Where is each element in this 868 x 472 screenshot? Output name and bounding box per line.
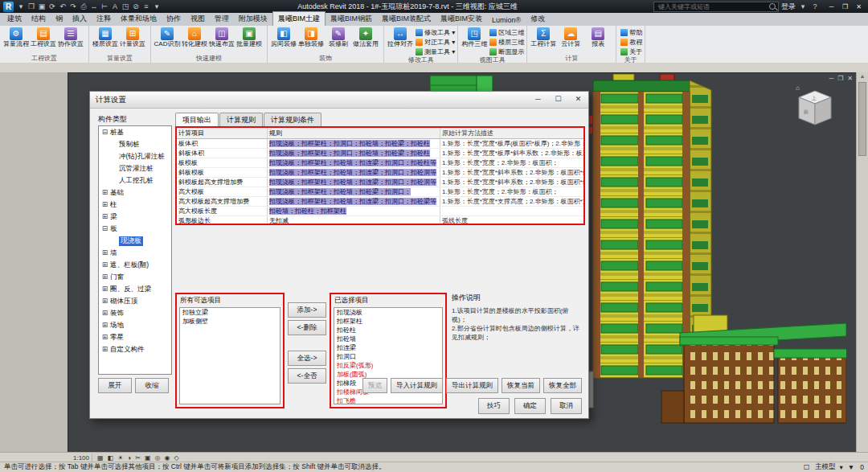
selected-item[interactable]: 扣砼墙 xyxy=(334,335,442,343)
tree-item[interactable]: 人工挖孔桩 xyxy=(99,174,171,187)
table-row[interactable]: 高大模板长度 扣砼墙；扣砼柱；扣框架柱 xyxy=(177,207,583,216)
ribbon-button[interactable]: ⊞ 计量设置 xyxy=(119,27,146,55)
tree-item[interactable]: ⊞ 砌体压顶 xyxy=(99,295,171,307)
expand-button[interactable]: 展开 xyxy=(98,378,132,393)
table-row[interactable]: 板模板 扣现浇板；扣框架柱；扣砼墙；扣连梁；扣洞口；扣砼柱等 1.矩形：长度*宽… xyxy=(177,158,583,168)
tree-expander-icon[interactable]: ⊞ xyxy=(101,346,108,353)
tree-item[interactable]: ⊟ 桩基 xyxy=(99,126,171,138)
tree-expander-icon[interactable]: ⊞ xyxy=(101,334,108,341)
ribbon-button[interactable]: ✎ CAD识别 xyxy=(154,27,181,55)
ribbon-small-button[interactable]: 关于 xyxy=(620,47,642,56)
save-icon[interactable]: ▣ xyxy=(37,2,47,11)
reveal-hidden-icon[interactable]: ◉ xyxy=(164,454,170,462)
tree-item[interactable]: ⊞ 墙 xyxy=(99,247,171,259)
ribbon-small-button[interactable]: 修改工具 ▾ xyxy=(416,27,455,37)
selected-item[interactable]: 扣反梁(弧形) xyxy=(334,361,442,370)
ribbon-tab[interactable]: 晨曦BIM钢筋 xyxy=(326,12,377,26)
customize-arrow-icon[interactable]: ▾ xyxy=(152,2,162,11)
ribbon-button[interactable]: ◫ 快速布置 xyxy=(208,27,235,55)
ribbon-tab[interactable]: 钢 xyxy=(51,12,68,26)
tree-expander-icon[interactable]: ⊞ xyxy=(101,273,108,281)
ribbon-button[interactable]: ▤ 工程设置 xyxy=(30,27,57,55)
redo-icon[interactable]: ↷ xyxy=(68,2,78,11)
tree-expander-icon[interactable]: ⊞ xyxy=(101,322,108,329)
ribbon-tab[interactable]: 晨曦BIM安装 xyxy=(436,12,487,26)
ribbon-button[interactable]: ⚙ 算量流程 xyxy=(2,27,30,55)
ribbon-tab[interactable]: 修改 xyxy=(526,12,550,26)
editable-items-icon[interactable]: ☐ xyxy=(803,463,810,471)
show-crop-icon[interactable]: ▣ xyxy=(145,454,151,462)
ribbon-button[interactable]: ▣ 批量建模 xyxy=(235,27,263,55)
ribbon-tab[interactable]: 附加模块 xyxy=(234,12,272,26)
table-row[interactable]: 板体积 扣现浇板；扣框架柱；扣洞口；扣砼墙；扣砼梁；扣砼柱 1.矩形：长度*宽度… xyxy=(177,139,583,149)
action-button[interactable]: 导出计算规则 xyxy=(446,378,498,393)
selected-item[interactable]: 扣现浇板 xyxy=(334,308,442,317)
ribbon-small-button[interactable]: 测量工具 ▾ xyxy=(416,47,455,56)
action-button[interactable]: 恢复全部 xyxy=(543,378,582,393)
analytical-model-icon[interactable]: ◇ xyxy=(174,454,178,462)
table-row[interactable]: 斜模板超高支撑增加费 扣现浇板；扣框架柱；扣砼墙；扣连梁；扣洞口；扣砼洞等 1.… xyxy=(177,178,583,187)
available-item[interactable]: 扣独立梁 xyxy=(180,308,280,317)
ribbon-small-button[interactable]: 教程 xyxy=(620,37,642,47)
thin-lines-icon[interactable]: ≡ xyxy=(141,2,151,11)
tree-item[interactable]: ⊞ 基础 xyxy=(99,187,171,199)
scroll-up-icon[interactable]: ▲ xyxy=(857,72,868,80)
ribbon-tab[interactable]: 结构 xyxy=(27,12,51,26)
dialog-button[interactable]: 确定 xyxy=(514,398,546,414)
ribbon-tab[interactable]: Lumion® xyxy=(487,14,526,26)
drawing-canvas[interactable]: ─ ❐ ✕ ⌂ 上 前 xyxy=(68,72,858,453)
viewcube-home-icon[interactable]: ⌂ xyxy=(796,84,800,92)
ribbon-small-button[interactable]: 楼层三维 xyxy=(489,37,524,47)
ribbon-tab[interactable]: 建筑 xyxy=(2,12,27,26)
tree-item[interactable]: ⊞ 装饰 xyxy=(99,307,171,319)
tree-expander-icon[interactable]: ⊞ xyxy=(101,249,108,257)
measure-icon[interactable]: ↔ xyxy=(89,2,99,11)
table-row[interactable]: 斜板模板 扣现浇板；扣框架柱；扣砼墙；扣连梁；扣洞口；扣砼洞等 1.矩形：长度*… xyxy=(177,168,583,178)
tree-item[interactable]: 现浇板 xyxy=(99,235,171,247)
table-row[interactable]: 弧形板边长 无扣减 弧线长度 xyxy=(177,216,583,225)
tree-item[interactable]: ⊞ 自定义构件 xyxy=(99,343,171,355)
revit-logo[interactable]: R xyxy=(3,2,14,12)
view-minimize-icon[interactable]: ─ xyxy=(829,75,833,82)
collapse-button[interactable]: 收缩 xyxy=(135,378,169,393)
3d-view-icon[interactable]: ◳ xyxy=(121,2,130,11)
view-cube[interactable]: ⌂ 上 前 xyxy=(793,83,837,131)
sun-path-icon[interactable]: ☀ xyxy=(117,454,123,462)
tree-expander-icon[interactable]: ⊞ xyxy=(101,213,108,220)
tree-expander-icon[interactable]: ⊞ xyxy=(101,298,108,305)
ribbon-tab[interactable]: 视图 xyxy=(186,12,210,26)
tree-item[interactable]: ⊞ 遮、栏板(翻) xyxy=(99,259,171,271)
dialog-button[interactable]: 技巧 xyxy=(478,398,510,414)
ribbon-tab[interactable]: 管理 xyxy=(210,12,234,26)
ribbon-tab[interactable]: 晨曦BIM土建 xyxy=(272,11,326,26)
design-option-label[interactable]: 主模型 xyxy=(814,462,836,472)
vertical-scrollbar[interactable]: ▲ xyxy=(856,72,868,453)
close-button[interactable]: ✕ xyxy=(853,3,865,10)
tree-item[interactable]: ⊞ 零星 xyxy=(99,331,171,343)
dialog-tab[interactable]: 项目输出 xyxy=(175,113,219,127)
table-row[interactable]: 高大模板 扣现浇板；扣框架柱；扣砼墙；扣砼梁；扣洞口； 1.矩形：长度*宽度；2… xyxy=(177,187,583,197)
dialog-maximize-button[interactable]: ☐ xyxy=(548,92,568,108)
ribbon-button[interactable]: ◧ 房间装修 xyxy=(270,27,297,55)
ribbon-small-button[interactable]: 对正工具 ▾ xyxy=(416,37,455,47)
tree-expander-icon[interactable]: ⊞ xyxy=(101,285,108,293)
ribbon-button[interactable]: ◨ 单独装修 xyxy=(297,27,325,55)
dialog-tab[interactable]: 计算规则条件 xyxy=(264,113,321,127)
ribbon-small-button[interactable]: 帮助 xyxy=(620,27,642,37)
tree-item[interactable]: ⊟ 板 xyxy=(99,223,171,235)
tree-item[interactable]: 预制桩 xyxy=(99,138,171,150)
app-menu-arrow-icon[interactable]: ▾ xyxy=(16,2,26,11)
tree-item[interactable]: ⊞ 圈、反、过梁 xyxy=(99,283,171,295)
tree-expander-icon[interactable]: ⊞ xyxy=(101,310,108,317)
text-icon[interactable]: A xyxy=(110,2,120,11)
deselect-all-button[interactable]: <-全否 xyxy=(288,368,326,384)
section-icon[interactable]: ⊘ xyxy=(131,2,141,11)
view-close-icon[interactable]: ✕ xyxy=(847,75,853,82)
ribbon-tab[interactable]: 晨曦BIM装配式 xyxy=(377,12,436,26)
sign-in-button[interactable]: 登录 xyxy=(781,2,796,12)
filter-icon[interactable]: ▼ xyxy=(848,463,855,471)
ribbon-tab[interactable]: 体量和场地 xyxy=(116,12,162,26)
remove-button[interactable]: <-删除 xyxy=(288,320,326,335)
detail-level-icon[interactable]: ▦ xyxy=(97,454,104,462)
view-restore-icon[interactable]: ❐ xyxy=(837,75,843,82)
